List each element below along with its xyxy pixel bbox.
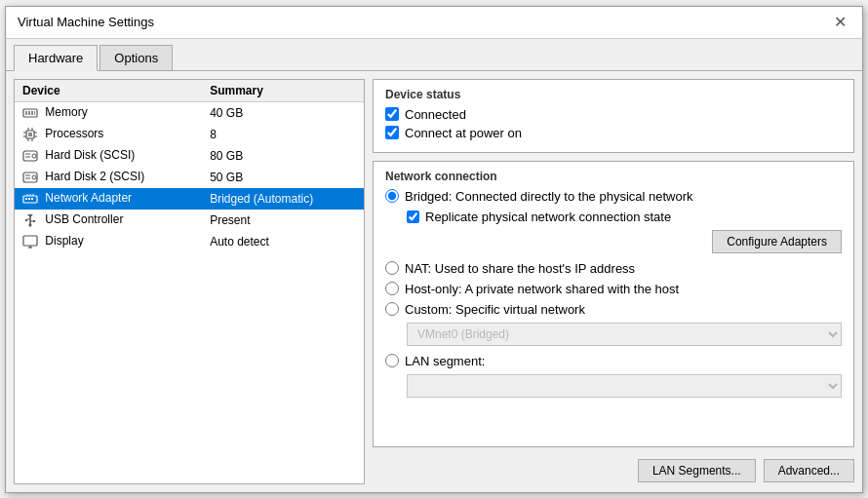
device-name: Display <box>45 234 83 248</box>
table-row[interactable]: Network Adapter Bridged (Automatic) <box>15 188 364 210</box>
lan-dropdown-row <box>407 374 842 398</box>
nat-radio[interactable] <box>385 261 399 275</box>
device-status-section: Device status Connected Connect at power… <box>373 79 854 153</box>
nat-label: NAT: Used to share the host's IP address <box>405 261 635 276</box>
processor-icon <box>22 127 38 142</box>
connected-label: Connected <box>405 107 466 122</box>
configure-adapters-button[interactable]: Configure Adapters <box>712 230 842 253</box>
table-row[interactable]: Hard Disk 2 (SCSI) 50 GB <box>15 167 364 188</box>
bridged-radio-row: Bridged: Connected directly to the physi… <box>385 189 842 204</box>
lan-label: LAN segment: <box>405 354 485 368</box>
right-panel: Device status Connected Connect at power… <box>373 79 854 484</box>
svg-rect-2 <box>28 111 30 115</box>
tab-hardware[interactable]: Hardware <box>14 45 98 71</box>
svg-rect-1 <box>25 111 27 115</box>
svg-point-20 <box>32 175 36 179</box>
custom-label: Custom: Specific virtual network <box>405 302 585 317</box>
virtual-machine-settings-window: Virtual Machine Settings ✕ Hardware Opti… <box>5 6 863 493</box>
svg-rect-15 <box>23 151 37 161</box>
device-list-panel: Device Summary <box>14 79 365 484</box>
hostonly-radio-row: Host-only: A private network shared with… <box>385 282 842 296</box>
bridged-radio[interactable] <box>385 189 399 203</box>
memory-icon <box>22 105 38 121</box>
lan-radio[interactable] <box>385 354 399 367</box>
tab-options[interactable]: Options <box>99 45 173 70</box>
configure-adapters-row: Configure Adapters <box>385 230 842 253</box>
device-name: Memory <box>45 105 87 119</box>
col-summary: Summary <box>202 80 364 102</box>
bridged-label: Bridged: Connected directly to the physi… <box>405 189 693 204</box>
close-button[interactable]: ✕ <box>830 15 850 30</box>
connected-row: Connected <box>385 107 842 122</box>
lan-dropdown <box>407 374 842 398</box>
power-on-row: Connect at power on <box>385 126 842 140</box>
svg-rect-26 <box>31 198 33 200</box>
device-summary: Auto detect <box>202 231 364 252</box>
replicate-label: Replicate physical network connection st… <box>425 210 671 224</box>
network-connection-section: Network connection Bridged: Connected di… <box>373 161 854 447</box>
device-summary: 80 GB <box>202 145 364 167</box>
lan-segments-button[interactable]: LAN Segments... <box>638 459 756 482</box>
device-summary: Bridged (Automatic) <box>202 188 364 210</box>
device-summary: 50 GB <box>202 167 364 188</box>
svg-rect-33 <box>25 219 27 221</box>
svg-rect-25 <box>28 198 30 200</box>
advanced-button[interactable]: Advanced... <box>764 459 854 482</box>
svg-rect-19 <box>23 172 37 182</box>
hostonly-label: Host-only: A private network shared with… <box>405 282 679 296</box>
connected-checkbox[interactable] <box>385 107 399 121</box>
replicate-row: Replicate physical network connection st… <box>407 210 842 224</box>
main-content: Device Summary <box>6 71 862 492</box>
device-name: Network Adapter <box>45 191 132 205</box>
svg-rect-6 <box>28 133 32 136</box>
svg-point-36 <box>29 223 32 226</box>
title-bar: Virtual Machine Settings ✕ <box>6 7 862 39</box>
vmnet-dropdown: VMnet0 (Bridged) <box>407 323 842 346</box>
network-adapter-icon <box>22 191 38 207</box>
table-row[interactable]: Memory 40 GB <box>15 101 364 124</box>
svg-rect-24 <box>25 198 27 200</box>
table-row[interactable]: USB Controller Present <box>15 210 364 231</box>
svg-rect-4 <box>34 111 35 115</box>
window-title: Virtual Machine Settings <box>18 15 154 29</box>
usb-icon <box>22 212 38 228</box>
device-table: Device Summary <box>15 80 364 252</box>
replicate-checkbox[interactable] <box>407 211 419 223</box>
device-summary: Present <box>202 210 364 231</box>
device-summary: 40 GB <box>202 101 364 124</box>
device-status-label: Device status <box>385 88 842 101</box>
custom-radio-row: Custom: Specific virtual network <box>385 302 842 317</box>
col-device: Device <box>15 80 202 102</box>
tabs-bar: Hardware Options <box>6 39 862 71</box>
display-icon <box>22 234 38 249</box>
device-name: USB Controller <box>45 212 123 226</box>
vmnet-dropdown-row: VMnet0 (Bridged) <box>407 323 842 346</box>
network-connection-label: Network connection <box>385 170 842 183</box>
power-on-label: Connect at power on <box>405 126 522 140</box>
table-row[interactable]: Processors 8 <box>15 124 364 145</box>
svg-rect-37 <box>23 236 37 246</box>
bottom-buttons: LAN Segments... Advanced... <box>373 455 854 484</box>
hostonly-radio[interactable] <box>385 282 399 295</box>
nat-radio-row: NAT: Used to share the host's IP address <box>385 261 842 276</box>
svg-rect-3 <box>31 111 33 115</box>
device-summary: 8 <box>202 124 364 145</box>
power-on-checkbox[interactable] <box>385 126 399 139</box>
custom-radio[interactable] <box>385 302 399 316</box>
table-row[interactable]: Display Auto detect <box>15 231 364 252</box>
harddisk-icon <box>22 148 38 164</box>
device-name: Hard Disk (SCSI) <box>45 148 135 162</box>
device-name: Processors <box>45 127 103 140</box>
table-row[interactable]: Hard Disk (SCSI) 80 GB <box>15 145 364 167</box>
lan-radio-row: LAN segment: <box>385 354 842 368</box>
device-name: Hard Disk 2 (SCSI) <box>45 170 144 183</box>
harddisk2-icon <box>22 170 38 185</box>
svg-point-16 <box>32 154 36 158</box>
svg-marker-31 <box>27 214 33 217</box>
svg-rect-35 <box>33 220 35 222</box>
